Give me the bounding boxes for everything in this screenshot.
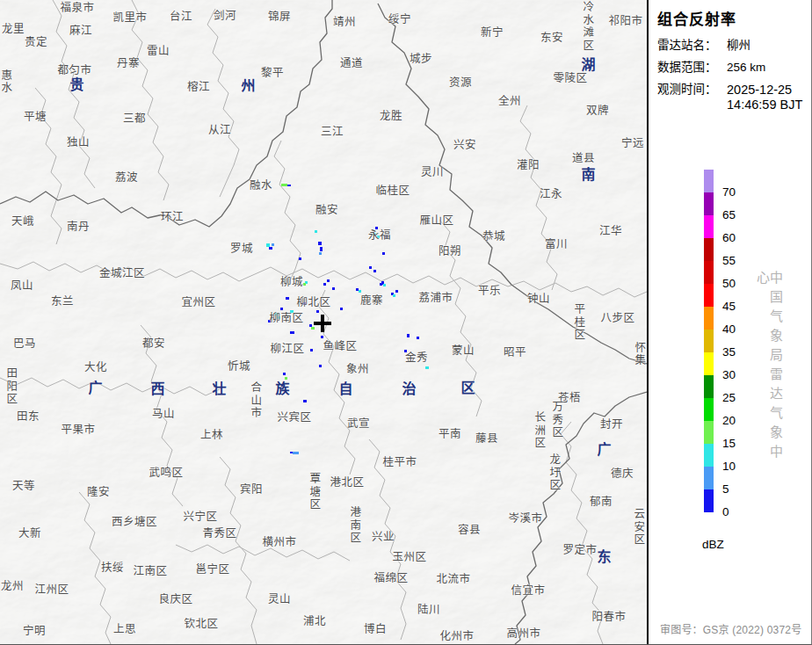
place-label: 万秀区 bbox=[551, 401, 562, 439]
place-label: 巴马 bbox=[13, 338, 36, 350]
legend-color-block bbox=[704, 215, 714, 238]
radar-echo bbox=[269, 247, 272, 250]
radar-echo bbox=[383, 284, 386, 286]
range-value: 256 km bbox=[727, 61, 765, 75]
legend-color-block bbox=[704, 307, 714, 330]
place-label: 三都 bbox=[123, 113, 146, 125]
place-label: 平乐 bbox=[478, 286, 501, 297]
legend-tick-label: 45 bbox=[722, 301, 749, 313]
legend-tick-label: 30 bbox=[722, 369, 749, 381]
radar-echo bbox=[332, 287, 335, 290]
radar-echo bbox=[327, 279, 330, 282]
place-label: 容县 bbox=[458, 525, 481, 536]
legend-color-block bbox=[704, 284, 714, 307]
station-label: 雷达站名： bbox=[657, 39, 727, 53]
place-label: 贵定 bbox=[25, 37, 47, 48]
place-label: 马山 bbox=[152, 409, 175, 420]
legend-tick-label: 5 bbox=[722, 483, 749, 496]
legend-tick-label: 40 bbox=[722, 323, 749, 336]
radar-echo bbox=[315, 230, 317, 233]
place-label: 化州市 bbox=[439, 631, 474, 642]
place-label: 江州区 bbox=[34, 584, 69, 596]
place-label: 全州 bbox=[498, 96, 521, 107]
radar-echo bbox=[285, 377, 287, 380]
place-label: 北流市 bbox=[436, 574, 470, 585]
radar-echo bbox=[417, 337, 419, 339]
radar-echo bbox=[287, 185, 291, 186]
legend-tick-label: 70 bbox=[722, 186, 749, 199]
radar-echo bbox=[281, 184, 287, 186]
province-label: 广 bbox=[88, 381, 103, 395]
radar-echo bbox=[319, 252, 322, 255]
radar-echo bbox=[356, 288, 359, 291]
radar-echo bbox=[380, 283, 382, 286]
province-label: 广 bbox=[597, 443, 612, 457]
legend-color-block bbox=[704, 467, 714, 489]
place-label: 象州 bbox=[346, 364, 369, 375]
place-label: 丹寨 bbox=[117, 58, 140, 69]
radar-echo bbox=[321, 336, 323, 338]
place-label: 天峨 bbox=[11, 216, 34, 228]
place-label: 灵山 bbox=[268, 594, 291, 605]
place-label: 隆安 bbox=[87, 487, 110, 498]
place-label: 台江 bbox=[170, 11, 192, 23]
radar-echo bbox=[286, 297, 289, 300]
radar-echo bbox=[425, 366, 429, 369]
place-label: 西乡塘区 bbox=[112, 517, 157, 528]
province-label: 治 bbox=[402, 382, 417, 396]
place-label: 南丹 bbox=[67, 221, 90, 233]
station-row: 雷达站名： 柳州 bbox=[657, 39, 750, 53]
place-label: 封开 bbox=[600, 419, 623, 431]
legend-tick-label: 60 bbox=[722, 232, 749, 244]
place-label: 武宣 bbox=[347, 418, 370, 430]
place-label: 绥宁 bbox=[388, 14, 411, 25]
place-label: 宁远 bbox=[621, 138, 644, 149]
place-label: 都匀市 bbox=[57, 65, 91, 76]
legend-tick-label: 50 bbox=[722, 278, 749, 290]
place-label: 凤山 bbox=[11, 280, 33, 292]
place-label: 德庆 bbox=[611, 468, 634, 480]
place-label: 福绵区 bbox=[373, 573, 408, 584]
place-label: 浦北 bbox=[303, 616, 326, 627]
place-label: 忻城 bbox=[228, 361, 250, 373]
place-label: 田阳区 bbox=[5, 367, 17, 406]
legend-color-block bbox=[704, 352, 714, 375]
place-label: 罗城 bbox=[230, 243, 253, 255]
radar-info-panel: 组合反射率 雷达站名： 柳州 数据范围： 256 km 观测时间： 2025-1… bbox=[649, 0, 812, 644]
place-label: 良庆区 bbox=[158, 594, 192, 605]
radar-echo bbox=[303, 400, 307, 402]
radar-echo bbox=[393, 294, 395, 297]
place-label: 昭平 bbox=[504, 347, 526, 359]
place-label: 融水 bbox=[250, 180, 272, 192]
radar-site-marker-vertical bbox=[321, 315, 324, 332]
place-label: 港北区 bbox=[330, 477, 364, 489]
place-label: 雁山区 bbox=[419, 215, 453, 227]
place-label: 宁明 bbox=[23, 626, 46, 637]
place-label: 阳朔 bbox=[439, 246, 461, 257]
place-label: 龙州 bbox=[1, 581, 24, 592]
place-label: 龙里 bbox=[2, 24, 25, 35]
radar-echo bbox=[395, 290, 398, 293]
place-label: 兴宁区 bbox=[183, 511, 217, 523]
place-label: 新宁 bbox=[481, 27, 504, 39]
place-label: 高州市 bbox=[506, 628, 540, 640]
radar-echo bbox=[359, 290, 361, 293]
province-label: 壮 bbox=[212, 382, 227, 396]
place-label: 都安 bbox=[142, 338, 165, 350]
place-label: 鱼峰区 bbox=[323, 341, 357, 352]
place-label: 恭城 bbox=[482, 231, 505, 243]
radar-echo bbox=[272, 243, 274, 246]
place-label: 东安 bbox=[540, 33, 563, 44]
place-label: 道县 bbox=[572, 153, 595, 164]
place-label: 云安区 bbox=[633, 508, 644, 547]
time-label: 观测时间： bbox=[657, 83, 727, 112]
legend-tick-label: 10 bbox=[722, 460, 749, 473]
place-label: 青秀区 bbox=[202, 528, 236, 540]
radar-echo bbox=[290, 331, 294, 334]
radar-product-window: 福泉市凯里市台江剑河锦屏靖州绥宁新宁东安祁阳市冷水滩区龙里麻江贵定雷山城步丹寨通… bbox=[0, 0, 812, 645]
province-label: 州 bbox=[241, 79, 256, 93]
place-label: 临桂区 bbox=[375, 185, 410, 197]
place-label: 资源 bbox=[449, 77, 472, 89]
place-label: 祁阳市 bbox=[608, 16, 642, 27]
radar-echo bbox=[316, 310, 319, 313]
